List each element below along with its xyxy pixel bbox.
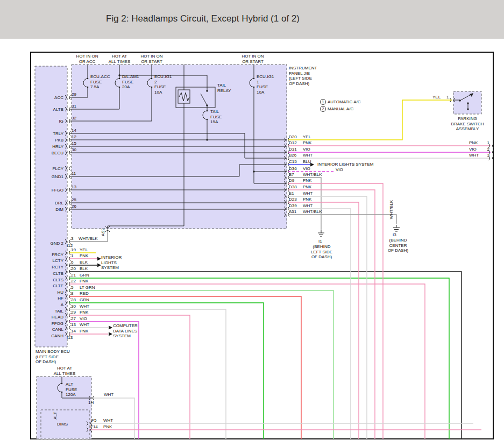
jb-pin-color-d12: PNK (303, 140, 326, 146)
ecu-pin-32: 32 (72, 116, 82, 121)
ecu-pin-13b: 13 (71, 322, 79, 328)
connector-as2-rotated: AS2 (101, 226, 106, 239)
hot-label-4: HOT IN ON OR START (239, 54, 267, 64)
ground-i1-label: I1 (318, 239, 322, 244)
ecu-label-frcy: FRCY (31, 252, 63, 258)
pbs-pin-number: 1 (446, 95, 449, 100)
hot-label-5: HOT AT ALL TIMES (51, 366, 79, 376)
ecu-label-trly: TRLY (31, 131, 63, 137)
ground-i1-note: (BEHIND LEFT SIDE OF DASH) (307, 244, 337, 260)
ecu-label-becu: BECU (31, 151, 63, 156)
alt-pin-f14: F14 (90, 424, 101, 430)
ecu-label-ig: IG (31, 119, 63, 124)
jb-pin-color-d9: PNK (303, 178, 326, 183)
connector-i13: I13 (67, 335, 73, 340)
alt-pin-f5-color: WHT (103, 418, 113, 423)
ecu-pin-21: 21 (71, 273, 79, 278)
ecu-pin-6: 6 (71, 260, 79, 265)
fuse-label-dl-am1: D/L-AM1 FUSE 20A (122, 74, 139, 90)
ecu-pin-12: 12 (72, 134, 82, 140)
ecu-label-lcty: LCTY (31, 258, 63, 264)
ecu-label-a: A (31, 302, 63, 308)
hot-label-2: HOT AT ALL TIMES (105, 54, 133, 64)
ecu-label-clts: CLTS (31, 278, 63, 283)
pbs-wire-color: YEL (432, 95, 441, 100)
jb-pin-color-d39: WHT (303, 203, 326, 209)
jb-pin-color-d31: VIO (303, 147, 326, 152)
ecu-pin-30: 30 (72, 147, 82, 153)
jb-pin-d38: D38 (289, 184, 302, 190)
ecu-label-hrly: HRLY (31, 144, 63, 150)
fuse-label-ecu-ig1-2: ECU-IG1 2 FUSE 10A (154, 74, 172, 95)
ecu-pin-13b-color: WHT (80, 322, 89, 328)
ecu-pin-3: 3 (71, 236, 79, 242)
ecu-pin-20: 20 (71, 266, 79, 272)
hot-label-3: HOT IN ON OR START (138, 54, 166, 64)
vio-stub-label: VIO (336, 167, 343, 173)
ground-i3-note: (BEHIND CENTER OF DASH) (383, 238, 413, 253)
alt-pin-f14-color: PNK (103, 424, 112, 430)
ecu-pin-28: 28 (71, 297, 79, 303)
ecu-label-head: HEAD (31, 315, 63, 320)
ecu-pin-11: 11 (72, 171, 82, 176)
note-manual-ac: 2MANUAL A/C (320, 106, 353, 112)
ecu-label-canh: CANH (31, 333, 63, 339)
ecu-label-clte: CLTE (31, 283, 63, 289)
jb-pin-b7: B7 (289, 172, 302, 178)
ecu-pin-22: 22 (71, 279, 79, 284)
interior-lights-system-left: INTERIOR LIGHTS SYSTEM (101, 255, 122, 271)
jb-pin-color-b26: WHT (303, 153, 326, 158)
ecu-pin-27-color: VIO (80, 316, 87, 322)
hot-label-1: HOT IN ON OR ACC (73, 54, 101, 64)
ecu-pin-6-color: BLK (80, 260, 88, 265)
edge-color-vio: VIO (469, 147, 483, 152)
ecu-pin-1: 1 (71, 253, 79, 259)
ecu-pin-5-color: LT GRN (80, 285, 95, 290)
ecu-label-gnd1: GND1 (31, 174, 63, 180)
jb-pin-d31: D31 (289, 147, 302, 152)
jb-pin-d39: D39 (289, 203, 302, 209)
edge-color-wht: WHT (469, 153, 483, 158)
ground-wire-color-rotated: WHT/BLK (389, 199, 394, 221)
ecu-label-canl: CANL (31, 327, 63, 332)
tail-relay-label: TAIL RELAY (217, 83, 231, 93)
ecu-pin-14: 14 (72, 128, 82, 133)
alt-feed-color: WHT (104, 392, 113, 398)
interior-lights-system-right: INTERIOR LIGHTS SYSTEM (317, 162, 373, 167)
jb-pin-e1: E1 (289, 191, 302, 196)
jb-pin-d9: D9 (289, 178, 302, 183)
page: { "header": { "title": "Fig 2: Headlamps… (0, 0, 504, 440)
ecu-pin-15: 15 (72, 141, 82, 146)
circled-2-icon: 2 (320, 106, 326, 112)
ecu-label-ffog: FFOG (31, 321, 63, 327)
ecu-pin-30b-color: WHT (80, 304, 89, 309)
ecu-pin-27: 27 (71, 316, 79, 322)
ecu-pin-30b: 30 (71, 304, 79, 309)
ecu-label-tail: TAIL (31, 309, 63, 314)
alternator-label-rotated: ALT (53, 409, 58, 422)
ecu-pin-22-color: PNK (80, 279, 88, 284)
jb-name-label: INSTRUMENT PANEL J/B (LEFT SIDE OF DASH) (289, 66, 317, 86)
jb-pin-color-e1: WHT (303, 191, 326, 196)
fuse-label-ecu-acc: ECU-ACC FUSE 7.5A (90, 74, 110, 90)
main-body-ecu-label: MAIN BODY ECU (LEFT SIDE OF DASH) (36, 349, 70, 365)
ecu-label-rcty: RCTY (31, 265, 63, 270)
ecu-label-altb: ALTB (31, 107, 63, 112)
computer-data-lines-system: COMPUTER DATA LINES SYSTEM (113, 323, 138, 339)
ecu-pin-5: 5 (71, 285, 79, 290)
ecu-label-ffgo: FFGO (31, 188, 63, 193)
dims-label: DIMS (57, 422, 68, 427)
ecu-pin-31: 31 (72, 104, 82, 109)
ecu-pin-8: 8 (71, 291, 79, 296)
jb-pin-d20: D20 (289, 134, 302, 140)
alt-pin-f5: F5 (91, 418, 101, 423)
connector-1h: 1H (88, 400, 94, 406)
note-automatic-ac: 1AUTOMATIC A/C (320, 99, 361, 105)
fuse-label-tail: TAIL FUSE 15A (210, 109, 222, 125)
ecu-pin-8-color: RED (80, 291, 89, 296)
circled-1-icon: 1 (320, 99, 326, 105)
ecu-pin-25: 25 (72, 197, 82, 203)
ecu-pin-29b: 29 (71, 310, 79, 315)
jb-pin-c15: C15 (289, 159, 302, 165)
jb-pin-d36: D36 (289, 166, 302, 172)
